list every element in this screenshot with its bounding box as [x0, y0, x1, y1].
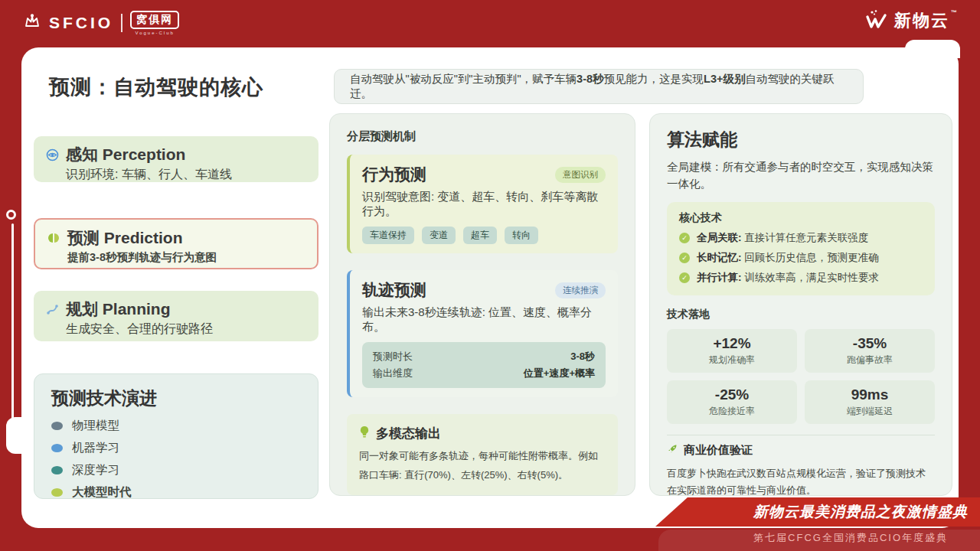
timeline-line-decoration	[11, 223, 14, 424]
table-row: 预测时长 3-8秒	[373, 348, 595, 365]
multimodal-desc: 同一对象可能有多条轨迹，每种可能性附带概率。例如路口车辆: 直行(70%)、左转…	[359, 447, 606, 484]
brand-divider	[121, 14, 122, 32]
evolution-card: 预测技术演进 物理模型 机器学习 深度学习 大模型时代	[34, 373, 318, 499]
stat-box: -35% 跑偏事故率	[805, 329, 935, 373]
prediction-title: 预测 Prediction	[67, 227, 183, 249]
dot-icon	[51, 444, 63, 452]
prediction-desc: 提前3-8秒预判轨迹与行为意图	[67, 250, 305, 265]
card-tab-top-right	[905, 40, 960, 58]
prediction-icon	[47, 232, 60, 245]
business-title: 商业价值验证	[684, 443, 753, 458]
page-title: 预测：自动驾驶的核心	[49, 73, 263, 101]
perception-title: 感知 Perception	[66, 144, 185, 165]
behavior-tags: 车道保持 变道 超车 转向	[362, 227, 606, 244]
trajectory-badge: 连续推演	[555, 282, 606, 298]
xinwuyun-w-icon	[865, 9, 888, 32]
route-icon	[46, 303, 59, 316]
footer-band: 新物云最美消费品之夜激情盛典	[655, 497, 980, 527]
tag: 转向	[505, 227, 538, 244]
timeline-ring-decoration	[6, 210, 16, 220]
trajectory-desc: 输出未来3-8秒连续轨迹: 位置、速度、概率分布。	[362, 305, 606, 334]
multimodal-output-card: 多模态输出 同一对象可能有多条轨迹，每种可能性附带概率。例如路口车辆: 直行(7…	[347, 414, 618, 495]
brand-woju-badge: 窝俱网 Vogue-Club	[130, 11, 179, 35]
brand-xinwuyun-text: 新物云™	[894, 9, 959, 32]
dot-icon	[51, 466, 63, 474]
evolution-item: 深度学习	[51, 462, 301, 478]
mechanism-panel: 分层预测机制 行为预测 意图识别 识别驾驶意图: 变道、超车、转向、刹车等离散行…	[329, 113, 635, 496]
check-icon: ✓	[679, 272, 690, 283]
dot-icon	[51, 422, 63, 430]
dot-icon	[51, 488, 63, 497]
evolution-item: 机器学习	[51, 440, 301, 456]
crown-icon	[23, 12, 41, 34]
bulb-icon	[359, 425, 370, 442]
brand-left: SFCIO 窝俱网 Vogue-Club	[23, 11, 179, 35]
check-icon: ✓	[679, 233, 690, 243]
mechanism-header: 分层预测机制	[347, 129, 618, 144]
card-tab-bottom-left	[6, 417, 31, 454]
algorithm-intro: 全局建模：所有交通参与者的时空交互，实现感知决策一体化。	[667, 159, 935, 193]
core-tech-box: 核心技术 ✓ 全局关联: 直接计算任意元素关联强度 ✓ 长时记忆: 回顾长历史信…	[667, 202, 935, 295]
footer-event-subtitle: 第七届CFCG全国消费品CIO年度盛典	[753, 531, 948, 545]
check-icon: ✓	[679, 253, 690, 263]
multimodal-title: 多模态输出	[376, 425, 441, 442]
trajectory-table: 预测时长 3-8秒 输出维度 位置+速度+概率	[362, 342, 606, 388]
planning-title: 规划 Planning	[66, 298, 171, 320]
trajectory-title: 轨迹预测	[362, 279, 426, 301]
summary-banner: 自动驾驶从"被动反应"到"主动预判"，赋予车辆3-8秒预见能力，这是实现L3+级…	[334, 69, 864, 104]
planning-desc: 生成安全、合理的行驶路径	[66, 321, 306, 337]
stat-box: -25% 危险接近率	[667, 380, 797, 424]
card-perception: 感知 Perception 识别环境: 车辆、行人、车道线	[34, 136, 318, 182]
tag: 变道	[422, 227, 456, 244]
evolution-item: 物理模型	[51, 418, 301, 434]
behavior-title: 行为预测	[362, 164, 426, 185]
footer-event-title: 新物云最美消费品之夜激情盛典	[753, 502, 968, 522]
evolution-title: 预测技术演进	[51, 386, 301, 410]
evolution-item: 大模型时代	[51, 484, 301, 500]
brand-right: 新物云™	[865, 9, 959, 32]
stat-box: 99ms 端到端延迟	[805, 380, 935, 424]
business-desc: 百度萝卜快跑在武汉数百站点规模化运营，验证了预测技术在实际道路的可靠性与商业价值…	[667, 465, 935, 499]
algorithm-panel: 算法赋能 全局建模：所有交通参与者的时空交互，实现感知决策一体化。 核心技术 ✓…	[649, 113, 952, 496]
core-tech-item: ✓ 并行计算: 训练效率高，满足实时性要求	[679, 271, 923, 285]
card-planning: 规划 Planning 生成安全、合理的行驶路径	[34, 291, 318, 341]
landing-title: 技术落地	[667, 308, 935, 321]
card-prediction: 预测 Prediction 提前3-8秒预判轨迹与行为意图	[34, 218, 318, 269]
eye-icon	[46, 148, 59, 161]
woju-badge-subtext: Vogue-Club	[135, 31, 174, 35]
perception-desc: 识别环境: 车辆、行人、车道线	[66, 167, 306, 183]
table-row: 输出维度 位置+速度+概率	[373, 365, 595, 382]
core-tech-item: ✓ 全局关联: 直接计算任意元素关联强度	[679, 231, 923, 245]
behavior-badge: 意图识别	[555, 167, 606, 183]
trajectory-prediction-card: 轨迹预测 连续推演 输出未来3-8秒连续轨迹: 位置、速度、概率分布。 预测时长…	[347, 270, 618, 397]
rocket-icon	[667, 443, 678, 458]
stats-grid: +12% 规划准确率 -35% 跑偏事故率 -25% 危险接近率 99ms 端到…	[667, 329, 935, 424]
woju-badge-text: 窝俱网	[130, 11, 179, 29]
behavior-prediction-card: 行为预测 意图识别 识别驾驶意图: 变道、超车、转向、刹车等离散行为。 车道保持…	[347, 155, 618, 253]
tag: 车道保持	[362, 227, 414, 244]
behavior-desc: 识别驾驶意图: 变道、超车、转向、刹车等离散行为。	[362, 190, 606, 219]
algorithm-title: 算法赋能	[667, 128, 935, 152]
divider	[667, 435, 935, 435]
tag: 超车	[463, 227, 497, 244]
stat-box: +12% 规划准确率	[667, 329, 797, 373]
brand-sfcio-text: SFCIO	[49, 14, 113, 32]
banner-text: 自动驾驶从"被动反应"到"主动预判"，赋予车辆3-8秒预见能力，这是实现L3+级…	[350, 72, 848, 101]
core-tech-item: ✓ 长时记忆: 回顾长历史信息，预测更准确	[679, 251, 923, 265]
core-tech-title: 核心技术	[679, 211, 923, 225]
